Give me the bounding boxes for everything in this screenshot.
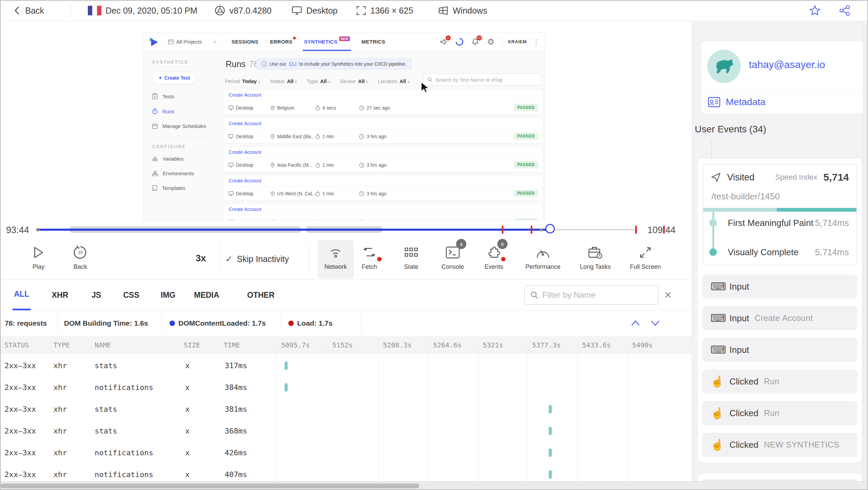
skip-inactivity-label: Skip Inactivity — [237, 254, 289, 264]
back-button[interactable]: Back — [13, 0, 44, 21]
console-button[interactable]: 4 Console — [429, 243, 477, 271]
tab-all[interactable]: ALL — [13, 280, 31, 310]
test-search-box — [423, 74, 542, 86]
clock-icon — [359, 163, 364, 168]
row-size: x — [185, 383, 190, 392]
resolution-info: 1366 × 625 — [356, 0, 413, 21]
events-button[interactable]: 6 Events — [470, 243, 518, 271]
share-button[interactable] — [839, 0, 851, 21]
event-item[interactable]: ☝ Clicked Run — [703, 370, 857, 393]
table-row[interactable]: 2xx–3xx xhr notifications x 426ms — [0, 442, 692, 464]
back-10-button[interactable]: 10 Back — [57, 243, 104, 271]
viewport-size-icon — [356, 5, 366, 16]
id-card-icon — [708, 97, 720, 107]
console-label: Console — [429, 263, 477, 271]
metrics-timeline-line — [712, 212, 714, 251]
banner-prefix: Use our — [270, 61, 286, 67]
state-button[interactable]: State — [387, 243, 435, 271]
event-item[interactable]: ⌨ Input — [703, 338, 857, 362]
event-marker-red — [502, 226, 503, 234]
event-item[interactable]: ☝ Clicked Run — [703, 401, 857, 425]
run-duration: 1 min — [322, 191, 334, 196]
waterfall-marker — [549, 427, 552, 435]
stats-divider — [361, 313, 361, 333]
time-tick: 5264.6s — [433, 341, 462, 349]
run-device: Desktop — [236, 191, 253, 196]
tab-css[interactable]: CSS — [122, 280, 141, 310]
type-value: All — [320, 78, 327, 84]
tab-media[interactable]: MEDIA — [193, 280, 221, 310]
replayed-app-tabs: SESSIONS ERRORS SYNTHETICSNEW METRICS — [231, 33, 385, 51]
requests-count: 76: requests — [5, 310, 47, 336]
tab-xhr[interactable]: XHR — [50, 280, 70, 310]
tab-other[interactable]: OTHER — [246, 280, 276, 310]
user-events-card: Visited Speed Index 5,714 /test-builder/… — [697, 158, 862, 463]
event-item[interactable]: ⌨ Input Create Account — [703, 306, 857, 330]
speed-toggle[interactable]: 3x — [196, 253, 206, 264]
performance-button[interactable]: Performance — [519, 243, 567, 271]
play-button[interactable]: Play — [15, 243, 62, 271]
table-row[interactable]: 2xx–3xx xhr stats x 317ms — [0, 355, 692, 377]
window-icon — [168, 39, 174, 44]
row-status: 2xx–3xx — [4, 405, 36, 413]
templates-label: Templates — [162, 185, 185, 191]
event-item[interactable]: ⌨ Input — [703, 275, 857, 298]
os-info: Windows — [438, 0, 487, 21]
table-row[interactable]: 2xx–3xx xhr notifications x 384ms — [0, 377, 692, 399]
fetch-icon — [360, 243, 379, 262]
table-row[interactable]: 2xx–3xx xhr stats x 368ms — [0, 421, 692, 442]
table-row[interactable]: 2xx–3xx xhr stats x 381ms — [0, 399, 692, 421]
status-badge: PASSED — [514, 190, 538, 197]
close-panel-button[interactable]: × — [664, 287, 672, 303]
run-title-link: Create Account — [224, 89, 543, 101]
run-duration: 4 secs — [322, 105, 336, 111]
time-tick: 5321s — [483, 341, 503, 349]
event-type: Input — [729, 281, 749, 292]
search-icon — [530, 291, 538, 299]
sidebar-item-environments: Environments — [152, 170, 222, 176]
tab-img[interactable]: IMG — [159, 280, 177, 310]
run-card: Create Account Desktop Belgium 4 secs 27… — [223, 89, 543, 115]
fetch-label: Fetch — [345, 263, 393, 271]
col-time: TIME — [224, 341, 240, 349]
visited-event-card[interactable]: Visited Speed Index 5,714 /test-builder/… — [703, 164, 857, 265]
filter-device: DeviceAll∨ — [340, 78, 368, 84]
row-type: xhr — [53, 361, 67, 370]
play-icon — [29, 243, 48, 262]
loading-spinner-icon — [455, 37, 464, 47]
status-badge: PASSED — [514, 132, 538, 140]
run-duration: 1 min — [322, 162, 334, 168]
full-screen-button[interactable]: Full Screen — [622, 243, 669, 271]
info-icon: i — [261, 61, 267, 67]
fmp-dot — [709, 219, 717, 227]
banner-suffix: to include your Synthetics into your CI/… — [299, 61, 406, 67]
tab-js[interactable]: JS — [90, 280, 102, 310]
playhead-handle[interactable] — [545, 224, 555, 233]
keyboard-icon: ⌨ — [710, 343, 724, 356]
event-item[interactable]: ☝ Clicked NEW SYNTHETICS — [703, 433, 857, 457]
name-filter-input[interactable] — [542, 290, 653, 300]
tab-errors-label: ERRORS — [270, 39, 292, 45]
fetch-button[interactable]: Fetch — [345, 243, 393, 271]
row-status: 2xx–3xx — [4, 448, 36, 457]
prev-request-button[interactable] — [629, 318, 642, 327]
event-detail: Run — [764, 377, 779, 386]
panel-scrollbar[interactable] — [863, 21, 868, 490]
long-tasks-button[interactable]: Long Tasks — [572, 243, 619, 271]
metadata-button[interactable]: Metadata — [708, 97, 766, 108]
speed-index-value: 5,714 — [823, 172, 849, 183]
next-request-button[interactable] — [649, 318, 662, 327]
replayed-app: All Projects ∨ SESSIONS ERRORS SYNTHETIC… — [143, 32, 545, 220]
skip-inactivity-toggle[interactable]: ✓ Skip Inactivity — [225, 254, 289, 264]
run-location: US West (N. Cal... — [277, 191, 316, 196]
replayed-app-content: Runs76 i Use our CLI to include your Syn… — [222, 51, 544, 220]
time-tick: 5208.3s — [383, 341, 412, 349]
table-header: STATUS TYPE NAME SIZE TIME 5095.7s 5152s… — [0, 336, 692, 354]
favorite-button[interactable] — [809, 0, 821, 21]
row-time: 384ms — [225, 383, 247, 392]
scrollbar-thumb[interactable] — [1, 484, 419, 488]
chevron-down-icon: ∨ — [366, 80, 368, 84]
long-tasks-label: Long Tasks — [572, 263, 619, 271]
player-timeline[interactable]: 93:44 109:44 — [0, 220, 692, 239]
star-icon — [809, 4, 821, 17]
